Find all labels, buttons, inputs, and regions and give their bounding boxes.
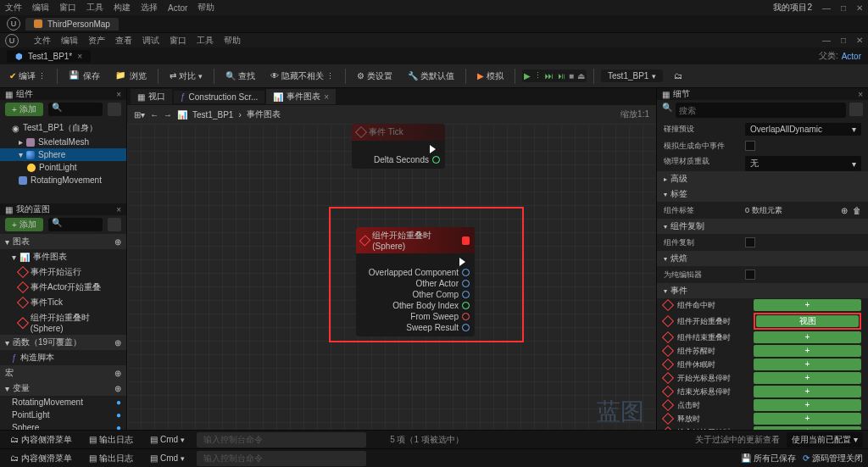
add-new-button[interactable]: +添加: [5, 218, 43, 231]
details-search-input[interactable]: [676, 103, 846, 118]
play-icon[interactable]: ▶: [524, 71, 531, 81]
node-begin-overlap[interactable]: 组件开始重叠时 (Sphere) Overlapped Component Ot…: [356, 227, 475, 336]
tab-construction[interactable]: ƒConstruction Scr...: [174, 91, 264, 103]
browse-button[interactable]: 📁浏览: [111, 69, 151, 84]
bp-menu-tools[interactable]: 工具: [197, 35, 214, 47]
tab-viewport[interactable]: ▦视口: [131, 89, 172, 104]
skip-icon[interactable]: ⏭: [545, 71, 554, 81]
nav-back-icon[interactable]: ⊞▾: [134, 110, 145, 120]
class-settings-button[interactable]: ⚙类设置: [353, 69, 397, 84]
diff-button[interactable]: ⇄对比▾: [165, 69, 207, 84]
component-sphere[interactable]: ▾Sphere: [0, 148, 126, 161]
compile-button[interactable]: ✔编译⋮: [5, 69, 50, 84]
array-add-icon[interactable]: ⊕: [841, 206, 848, 215]
menu-build[interactable]: 构建: [114, 2, 131, 14]
section-variables[interactable]: ▾变量⊕: [0, 381, 126, 396]
gen-hit-checkbox[interactable]: [745, 141, 755, 151]
cat-cooking[interactable]: ▾烘焙: [657, 251, 868, 266]
menu-tools[interactable]: 工具: [86, 2, 103, 14]
content-drawer-tab[interactable]: 🗂内容侧滑菜单: [5, 432, 77, 448]
simulate-button[interactable]: ▶模拟: [473, 69, 508, 84]
cat-events[interactable]: ▾事件: [657, 283, 868, 298]
cmd-input[interactable]: 输入控制台命令: [197, 432, 366, 448]
bp-menu-help[interactable]: 帮助: [224, 35, 241, 47]
save-button[interactable]: 💾保存: [64, 69, 104, 84]
event-sphere-overlap[interactable]: 组件开始重叠时 (Sphere): [0, 310, 126, 335]
cmd-input-2[interactable]: 输入控制台命令: [197, 451, 366, 466]
stop-icon[interactable]: ■: [569, 71, 574, 81]
component-rotating[interactable]: RotatingMovement: [0, 174, 126, 186]
debug-filter-button[interactable]: 🗂: [670, 69, 687, 82]
output-pin[interactable]: [462, 313, 470, 320]
phys-mat-wu-combo[interactable]: 无▾: [745, 156, 861, 171]
cmd-tab-2[interactable]: ▤Cmd▾: [145, 452, 190, 464]
breadcrumb-bp[interactable]: Test1_BP1: [192, 110, 233, 120]
panel-close-icon[interactable]: ×: [116, 205, 121, 214]
step-icon[interactable]: ⏯: [557, 71, 565, 81]
menu-help[interactable]: 帮助: [198, 2, 214, 14]
bp-menu-window[interactable]: 窗口: [170, 35, 186, 47]
component-root[interactable]: ◉ Test1_BP1（自身）: [0, 120, 126, 136]
node-delegate-pin[interactable]: [462, 236, 470, 245]
details-header[interactable]: ▦细节×: [657, 88, 868, 100]
add-event-button[interactable]: +: [754, 386, 861, 398]
hide-unrelated-button[interactable]: 👁隐藏不相关⋮: [266, 69, 338, 84]
event-beginplay[interactable]: 事件开始运行: [0, 264, 126, 280]
minimize-icon[interactable]: —: [822, 3, 831, 13]
output-pin[interactable]: [462, 269, 470, 276]
bp-menu-asset[interactable]: 资产: [88, 35, 105, 47]
comp-rep-checkbox[interactable]: [745, 237, 755, 247]
add-event-button[interactable]: +: [754, 399, 861, 411]
play-controls[interactable]: ▶⋮⏭⏯■⏏: [522, 69, 587, 82]
bp-menu-view[interactable]: 查看: [115, 35, 132, 47]
nav-back-icon[interactable]: ←: [150, 110, 159, 120]
component-skeletalmesh[interactable]: ▸SkeletalMesh: [0, 136, 126, 148]
panel-close-icon[interactable]: ×: [858, 90, 863, 99]
myblueprint-settings-icon[interactable]: [108, 218, 121, 231]
cat-comp-rep[interactable]: ▾组件复制: [657, 219, 868, 234]
bp-close-icon[interactable]: ✕: [856, 36, 863, 45]
panel-close-icon[interactable]: ×: [116, 90, 121, 99]
bp-menu-edit[interactable]: 编辑: [61, 35, 78, 47]
output-pin[interactable]: [462, 280, 470, 287]
maximize-icon[interactable]: □: [841, 3, 846, 13]
find-button[interactable]: 🔍查找: [221, 69, 259, 84]
myblueprint-search[interactable]: 🔍: [48, 218, 103, 231]
section-macros[interactable]: 宏⊕: [0, 365, 126, 381]
output-pin[interactable]: [462, 324, 470, 331]
details-settings-icon[interactable]: [849, 103, 863, 116]
breadcrumb-graph[interactable]: 事件图表: [247, 108, 281, 120]
tab-close-icon[interactable]: ×: [77, 52, 82, 61]
bp-menu-debug[interactable]: 调试: [142, 35, 159, 47]
event-tick[interactable]: 事件Tick: [0, 295, 126, 310]
components-panel-header[interactable]: ▦组件×: [0, 88, 126, 100]
cmd-tab[interactable]: ▤Cmd▾: [145, 433, 190, 446]
section-graphs[interactable]: ▾图表⊕: [0, 234, 126, 249]
array-clear-icon[interactable]: 🗑: [853, 206, 861, 215]
nav-fwd-icon[interactable]: →: [164, 110, 172, 120]
add-component-button[interactable]: +添加: [5, 103, 43, 116]
cat-advanced[interactable]: ▸高级: [657, 171, 868, 186]
class-defaults-button[interactable]: 🔧类默认值: [403, 69, 459, 84]
output-pin[interactable]: [462, 302, 470, 309]
output-pin[interactable]: [462, 291, 470, 298]
output-pin[interactable]: [432, 156, 440, 164]
exec-pin[interactable]: [430, 145, 440, 153]
exec-pin[interactable]: [459, 258, 470, 266]
add-event-button[interactable]: +: [754, 359, 861, 370]
tab-eventgraph[interactable]: 📊事件图表×: [266, 89, 336, 104]
close-icon[interactable]: ✕: [856, 3, 863, 13]
node-event-tick[interactable]: 事件 Tick Delta Seconds: [352, 124, 445, 169]
bp-maximize-icon[interactable]: □: [841, 36, 846, 45]
output-log-tab-2[interactable]: ▤输出日志: [84, 451, 138, 466]
add-event-button[interactable]: +: [754, 331, 861, 343]
output-log-tab[interactable]: ▤输出日志: [84, 432, 138, 448]
menu-select[interactable]: 选择: [141, 2, 158, 14]
section-functions[interactable]: ▾函数（19可覆盖）⊕: [0, 335, 126, 350]
map-tab[interactable]: ThirdPersonMap: [25, 18, 119, 31]
menu-file[interactable]: 文件: [5, 2, 22, 14]
parent-class-link[interactable]: Actor: [842, 52, 861, 61]
add-event-button[interactable]: +: [754, 299, 861, 311]
source-control-link-2[interactable]: ⟳ 源码管理关闭: [803, 453, 863, 464]
menu-window[interactable]: 窗口: [59, 2, 76, 14]
